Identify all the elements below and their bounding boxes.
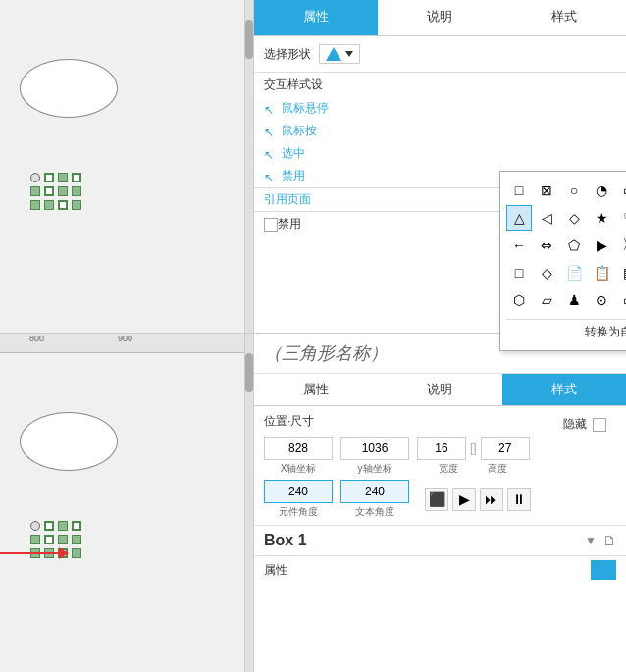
node-b5 <box>44 535 54 544</box>
expand-icon[interactable]: ▼ <box>585 534 597 547</box>
cursor-icon: ↖ <box>264 103 276 115</box>
convert-btn[interactable]: 转换为自定义形状 <box>506 319 626 344</box>
shape-cell-circle[interactable]: ○ <box>561 178 587 203</box>
node-b11 <box>72 548 81 558</box>
shape-cell-arrow-r2[interactable]: ▶ <box>589 233 614 258</box>
size-group: [] <box>417 437 530 460</box>
shape-cell-para2[interactable]: ▱ <box>534 287 559 313</box>
shape-label: 选择形状 <box>264 46 311 63</box>
node <box>58 173 68 182</box>
node-b6 <box>58 535 68 544</box>
hide-row: 隐藏 <box>553 412 616 437</box>
shape-cell-arrow-lr[interactable]: ⇔ <box>534 233 559 258</box>
shape-cell-cylinder[interactable]: ⊙ <box>589 287 614 313</box>
node <box>58 200 68 210</box>
ellipse-shape-bottom <box>20 412 118 471</box>
x-input[interactable] <box>264 437 333 460</box>
dropdown-arrow-icon <box>345 51 353 57</box>
interaction-style-label: 交互样式设 <box>254 73 626 97</box>
canvas-bottom: 800 900 <box>0 334 244 672</box>
props-btn-blue[interactable] <box>591 560 616 580</box>
shape-cell-triangle-up[interactable]: △ <box>506 205 532 231</box>
disabled-checkbox[interactable] <box>264 218 278 232</box>
node-selected <box>44 173 54 182</box>
shape-dropdown-btn[interactable] <box>319 44 360 64</box>
y-label: y轴坐标 <box>358 462 392 476</box>
shape-cell-triangle-left[interactable]: ◁ <box>534 205 559 231</box>
ref-page-label[interactable]: 引用页面 <box>264 192 311 206</box>
arrow-head <box>59 547 69 559</box>
shape-cell-xbox[interactable]: ⊠ <box>534 178 559 203</box>
box-icons: ▼ 🗋 <box>585 533 616 548</box>
node-b4 <box>30 535 40 544</box>
shape-cell-rect[interactable]: □ <box>506 178 532 203</box>
shape-cell-pent[interactable]: ⬠ <box>561 233 587 258</box>
shape-cell-heart[interactable]: ♡ <box>616 205 626 231</box>
copy-icon[interactable]: 🗋 <box>602 533 616 548</box>
ruler-mark-800: 800 <box>29 334 44 343</box>
shape-grid-popup: □ ⊠ ○ ◔ ▭ ▱ ◺ ▷ ▭ △ ◁ ◇ ★ ♡ <box>499 171 626 351</box>
y-group: y轴坐标 <box>340 437 409 476</box>
box-section: Box 1 ▼ 🗋 <box>254 526 626 556</box>
tabs-top: 属性 说明 样式 <box>254 0 626 36</box>
x-label: X轴坐标 <box>281 462 317 476</box>
tab-description-top[interactable]: 说明 <box>378 0 501 35</box>
coords-row: X轴坐标 y轴坐标 [] 宽度 高度 <box>264 437 616 476</box>
cursor-icon-3: ↖ <box>264 148 276 160</box>
tab-properties-bottom[interactable]: 属性 <box>254 374 378 405</box>
shape-cell-doc3[interactable]: ▤ <box>616 260 626 285</box>
hover-label: 鼠标悬停 <box>282 100 329 117</box>
shape-selector-row: 选择形状 <box>254 36 626 73</box>
shape-cell-diamond[interactable]: ◇ <box>561 205 587 231</box>
y-input[interactable] <box>340 437 409 460</box>
tab-properties-top[interactable]: 属性 <box>254 0 378 35</box>
ruler-area: 800 900 <box>0 334 244 353</box>
tab-description-bottom[interactable]: 说明 <box>378 374 501 405</box>
top-panel: 属性 说明 样式 选择形状 □ ⊠ ○ <box>0 0 626 334</box>
select-label: 选中 <box>282 145 305 162</box>
props-section: 属性 <box>254 556 626 584</box>
element-angle-label: 元件角度 <box>279 505 318 519</box>
tabs-bottom: 属性 说明 样式 <box>254 374 626 406</box>
height-input[interactable] <box>481 437 530 460</box>
text-angle-input[interactable] <box>340 480 409 503</box>
shape-cell-star[interactable]: ★ <box>589 205 614 231</box>
align-center-btn[interactable]: ▶ <box>452 488 476 511</box>
props-toolbar <box>591 560 616 580</box>
hide-checkbox[interactable] <box>593 418 606 432</box>
shape-cell-rect4[interactable]: ▭ <box>616 287 626 313</box>
x-group: X轴坐标 <box>264 437 333 476</box>
width-input[interactable] <box>417 437 466 460</box>
shape-cell-doc2[interactable]: 📋 <box>589 260 614 285</box>
ruler-mark-900: 900 <box>118 334 132 343</box>
node <box>44 200 54 210</box>
tab-style-top[interactable]: 样式 <box>502 0 626 35</box>
select-row[interactable]: ↖ 选中 <box>254 142 626 165</box>
cursor-icon-4: ↖ <box>264 171 276 182</box>
scroll-handle-top[interactable] <box>245 0 253 333</box>
align-right-btn[interactable]: ⏭ <box>480 488 503 511</box>
disabled-label: 禁用 <box>282 168 305 184</box>
shape-cell-arrow-left[interactable]: ← <box>506 233 532 258</box>
shape-cell-doc[interactable]: 📄 <box>561 260 587 285</box>
click-row[interactable]: ↖ 鼠标按 <box>254 120 626 142</box>
scroll-handle-bottom[interactable] <box>245 334 253 672</box>
shape-cell-diamond2[interactable]: ◇ <box>534 260 559 285</box>
shape-cell-person[interactable]: ♟ <box>561 287 587 313</box>
shape-cell-hex[interactable]: ⬡ <box>506 287 532 313</box>
align-vert-btn[interactable]: ⏸ <box>507 488 531 511</box>
node <box>30 200 40 210</box>
align-left-btn[interactable]: ⬛ <box>425 488 448 511</box>
canvas-top <box>0 0 244 333</box>
tab-style-bottom[interactable]: 样式 <box>502 374 626 405</box>
shape-cell-rect3[interactable]: □ <box>506 260 532 285</box>
right-panel-bottom: （三角形名称） 属性 说明 样式 位置·尺寸 隐藏 <box>253 334 626 672</box>
node-circle-b <box>30 521 40 531</box>
shape-cell-rect2[interactable]: ▭ <box>616 178 626 203</box>
shape-cell-chevron[interactable]: 〉 <box>616 233 626 258</box>
hover-row[interactable]: ↖ 鼠标悬停 <box>254 97 626 120</box>
element-angle-input[interactable] <box>264 480 333 503</box>
position-section: 位置·尺寸 隐藏 X轴坐标 y轴坐标 <box>254 406 626 526</box>
shape-cell-circle-partial[interactable]: ◔ <box>589 178 614 203</box>
node <box>30 186 40 196</box>
